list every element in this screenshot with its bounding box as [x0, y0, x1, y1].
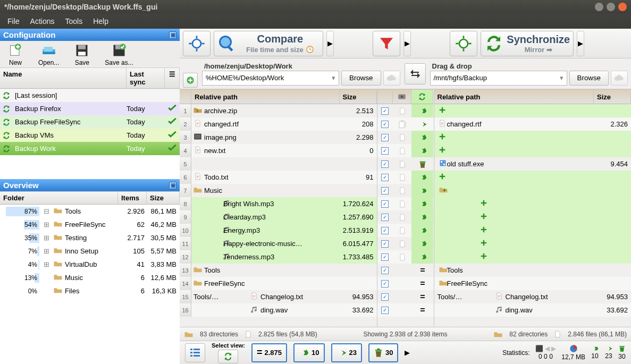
- saveas-button[interactable]: Save as...: [105, 42, 133, 66]
- left-row[interactable]: 11Happy-electronic-music…6.015.477: [180, 237, 377, 250]
- left-browse-button[interactable]: Browse: [341, 71, 381, 86]
- view-delete-button[interactable]: 30: [368, 343, 398, 362]
- sync-settings-button[interactable]: [450, 31, 477, 56]
- config-row[interactable]: [Last session]: [0, 89, 180, 102]
- config-row[interactable]: Backup FirefoxToday: [0, 102, 180, 115]
- mid-row[interactable]: ✓: [377, 210, 434, 224]
- left-path-input[interactable]: %HOME%/Desktop/Work▾: [202, 71, 339, 86]
- swap-sides-button[interactable]: [405, 63, 426, 84]
- mid-row[interactable]: ✓: [377, 157, 434, 171]
- menu-file[interactable]: File: [3, 15, 24, 28]
- left-row[interactable]: 7Music: [180, 184, 377, 197]
- sync-dropdown[interactable]: ▶: [577, 31, 584, 56]
- config-name-header[interactable]: Name: [0, 68, 127, 88]
- config-lastsync-header[interactable]: Last sync: [127, 68, 165, 88]
- overview-row[interactable]: 54%⊞FreeFileSync6246,2 MB: [0, 218, 180, 231]
- overview-close-icon[interactable]: ▣: [169, 182, 176, 189]
- mid-row[interactable]: ✓: [377, 250, 434, 264]
- left-row[interactable]: 10Energy.mp32.513.919: [180, 224, 377, 237]
- select-view-button[interactable]: [218, 350, 238, 363]
- mid-row[interactable]: ✓: [377, 104, 434, 117]
- menu-actions[interactable]: Actions: [26, 15, 59, 28]
- right-relpath-header[interactable]: Relative path: [434, 89, 594, 104]
- overview-row[interactable]: 0%Files616,3 KB: [0, 284, 180, 298]
- configuration-close-icon[interactable]: ▣: [169, 31, 176, 39]
- mid-row[interactable]: ✓: [377, 237, 434, 250]
- config-menu-header[interactable]: ☰: [165, 68, 180, 88]
- menu-tools[interactable]: Tools: [61, 15, 87, 28]
- compare-settings-button[interactable]: [183, 31, 211, 56]
- right-row[interactable]: Tools/…Changelog.txt94.953: [434, 290, 632, 303]
- overview-row[interactable]: 13%Music612,6 MB: [0, 271, 180, 284]
- mid-row[interactable]: ✓: [377, 171, 434, 184]
- view-create-button[interactable]: 10: [293, 343, 324, 362]
- right-row[interactable]: [434, 104, 632, 117]
- mid-row[interactable]: ✓=: [377, 290, 434, 303]
- left-row[interactable]: 1archive.zip2.513: [180, 104, 377, 117]
- config-row[interactable]: Backup WorkToday: [0, 142, 180, 155]
- right-row[interactable]: [434, 210, 632, 224]
- new-button[interactable]: New: [5, 42, 26, 66]
- mid-row[interactable]: ✓: [377, 117, 434, 131]
- config-row[interactable]: Backup VMsToday: [0, 129, 180, 142]
- mid-row[interactable]: ✓: [377, 224, 434, 237]
- right-row[interactable]: [434, 171, 632, 184]
- right-row[interactable]: [434, 184, 632, 197]
- right-size-header[interactable]: Size: [594, 89, 631, 104]
- menu-help[interactable]: Help: [89, 15, 113, 28]
- left-row[interactable]: 9Clearday.mp31.257.690: [180, 210, 377, 224]
- overview-row[interactable]: 4%⊞VirtualDub413,83 MB: [0, 258, 180, 271]
- view-update-button[interactable]: 23: [331, 343, 362, 362]
- left-row[interactable]: 3image.png2.298: [180, 131, 377, 144]
- left-size-header[interactable]: Size: [340, 89, 377, 104]
- right-cloud-button[interactable]: [611, 71, 628, 86]
- mid-grid[interactable]: ✓✓✓✓✓✓✓✓✓✓✓✓✓=✓=✓=✓=: [377, 104, 434, 327]
- left-row[interactable]: 13Tools: [180, 264, 377, 277]
- left-row[interactable]: 15Tools/…Changelog.txt94.953: [180, 290, 377, 303]
- right-row[interactable]: changed.rtf2.326: [434, 117, 632, 131]
- right-grid[interactable]: changed.rtf2.326old stuff.exe9.454ToolsF…: [434, 104, 632, 327]
- overview-row[interactable]: 35%⊞Testing2.71730,5 MB: [0, 231, 180, 244]
- mid-row[interactable]: ✓: [377, 144, 434, 157]
- right-row[interactable]: Tools: [434, 264, 632, 277]
- minimize-button[interactable]: [595, 3, 603, 11]
- right-row[interactable]: ding.wav33.692: [434, 303, 632, 317]
- mid-row[interactable]: ✓: [377, 184, 434, 197]
- left-row[interactable]: 5: [180, 157, 377, 171]
- mid-category-header[interactable]: [393, 89, 411, 104]
- left-row[interactable]: 8Bright Wish.mp31.720.624: [180, 197, 377, 210]
- mid-row[interactable]: ✓=: [377, 264, 434, 277]
- mid-row[interactable]: ✓=: [377, 303, 434, 317]
- left-relpath-header[interactable]: Relative path: [191, 89, 340, 104]
- right-row[interactable]: [434, 250, 632, 264]
- filter-dropdown[interactable]: ▶: [403, 31, 411, 56]
- overview-folder-header[interactable]: Folder: [0, 192, 118, 204]
- right-row[interactable]: old stuff.exe9.454: [434, 157, 632, 171]
- compare-button[interactable]: Compare File time and size: [214, 31, 323, 56]
- filter-button[interactable]: [373, 31, 400, 56]
- right-path-input[interactable]: /mnt/hgfs/Backup▾: [430, 71, 567, 86]
- left-row[interactable]: 16ding.wav33.692: [180, 303, 377, 317]
- right-row[interactable]: [434, 197, 632, 210]
- left-row[interactable]: 14FreeFileSync: [180, 277, 377, 290]
- overview-row[interactable]: 7%⊞Inno Setup1055,57 MB: [0, 244, 180, 258]
- save-button[interactable]: Save: [72, 42, 92, 66]
- left-row[interactable]: 2changed.rtf208: [180, 117, 377, 131]
- mid-row[interactable]: ✓: [377, 131, 434, 144]
- overview-items-header[interactable]: Items: [118, 192, 147, 204]
- left-row[interactable]: 12Tenderness.mp31.733.485: [180, 250, 377, 264]
- right-row[interactable]: [434, 237, 632, 250]
- open-button[interactable]: Open...: [38, 42, 59, 66]
- mid-action-header[interactable]: [411, 89, 433, 104]
- synchronize-button[interactable]: Synchronize Mirror ➡: [481, 31, 574, 56]
- mid-row[interactable]: ✓=: [377, 277, 434, 290]
- mid-row[interactable]: ✓: [377, 197, 434, 210]
- view-equal-button[interactable]: =2.875: [251, 343, 287, 362]
- right-row[interactable]: FreeFileSync: [434, 277, 632, 290]
- maximize-button[interactable]: [607, 3, 615, 11]
- add-pair-button[interactable]: [183, 73, 198, 88]
- compare-dropdown[interactable]: ▶: [326, 31, 334, 56]
- overview-list[interactable]: 87%⊟Tools2.92686,1 MB54%⊞FreeFileSync624…: [0, 205, 180, 364]
- config-list[interactable]: [Last session]Backup FirefoxTodayBackup …: [0, 89, 180, 179]
- left-cloud-button[interactable]: [383, 71, 400, 86]
